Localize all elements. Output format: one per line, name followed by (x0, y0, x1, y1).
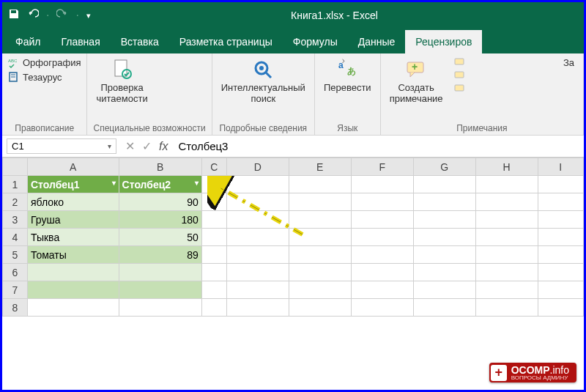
cell-C7[interactable] (201, 281, 226, 299)
next-comment-icon[interactable] (453, 70, 465, 81)
row-header-1[interactable]: 1 (3, 176, 28, 193)
cell-A6[interactable] (27, 264, 119, 281)
cell-G2[interactable] (413, 193, 475, 211)
cell-C1[interactable] (201, 176, 226, 193)
cell-I5[interactable] (538, 246, 583, 264)
cell-D6[interactable] (226, 264, 289, 281)
fx-icon[interactable]: fx (159, 140, 168, 153)
col-header-B[interactable]: B (119, 158, 201, 176)
cell-F1[interactable] (351, 176, 413, 193)
cell-C8[interactable] (201, 299, 226, 317)
tab-file[interactable]: Файл (5, 30, 51, 53)
cell-C4[interactable] (201, 229, 226, 246)
chevron-down-icon[interactable]: ▾ (108, 142, 111, 150)
cell-B3[interactable]: 180 (119, 211, 201, 229)
row-header-4[interactable]: 4 (3, 229, 28, 246)
col-header-A[interactable]: A (27, 158, 119, 176)
cell-I2[interactable] (538, 193, 583, 211)
cell-B8[interactable] (119, 299, 201, 317)
cell-H4[interactable] (475, 229, 538, 246)
col-header-F[interactable]: F (351, 158, 413, 176)
col-header-D[interactable]: D (226, 158, 289, 176)
name-box[interactable]: C1 ▾ (7, 138, 116, 154)
cell-G6[interactable] (413, 264, 475, 281)
cell-E2[interactable] (289, 193, 351, 211)
cell-A1[interactable]: Столбец1▾ (27, 176, 119, 193)
undo-icon[interactable] (27, 8, 39, 23)
cell-D4[interactable] (226, 229, 289, 246)
cell-G8[interactable] (413, 299, 475, 317)
select-all-corner[interactable] (3, 158, 28, 176)
cell-E5[interactable] (289, 246, 351, 264)
cell-C3[interactable] (201, 211, 226, 229)
tab-home[interactable]: Главная (51, 30, 110, 53)
cell-A3[interactable]: Груша (27, 211, 119, 229)
cell-H1[interactable] (475, 176, 538, 193)
cell-G5[interactable] (413, 246, 475, 264)
row-header-8[interactable]: 8 (3, 299, 28, 317)
cell-F4[interactable] (351, 229, 413, 246)
cell-I7[interactable] (538, 281, 583, 299)
row-header-6[interactable]: 6 (3, 264, 28, 281)
cell-H5[interactable] (475, 246, 538, 264)
cell-B1[interactable]: Столбец2▾ (119, 176, 201, 193)
cell-A8[interactable] (27, 299, 119, 317)
translate-button[interactable]: aあ Перевести (321, 56, 374, 95)
cell-I4[interactable] (538, 229, 583, 246)
cell-E4[interactable] (289, 229, 351, 246)
show-comments-icon[interactable] (453, 83, 465, 95)
cell-F5[interactable] (351, 246, 413, 264)
tab-data[interactable]: Данные (348, 30, 406, 53)
cell-B5[interactable]: 89 (119, 246, 201, 264)
cell-H7[interactable] (475, 281, 538, 299)
spelling-button[interactable]: ABC Орфография (8, 56, 81, 68)
cell-E6[interactable] (289, 264, 351, 281)
tab-formulas[interactable]: Формулы (283, 30, 348, 53)
col-header-G[interactable]: G (413, 158, 475, 176)
enter-icon[interactable]: ✓ (142, 139, 152, 153)
cell-B7[interactable] (119, 281, 201, 299)
check-accessibility-button[interactable]: Проверка читаемости (93, 56, 150, 106)
cell-G7[interactable] (413, 281, 475, 299)
row-header-5[interactable]: 5 (3, 246, 28, 264)
cell-I1[interactable] (538, 176, 583, 193)
cell-H3[interactable] (475, 211, 538, 229)
cell-B6[interactable] (119, 264, 201, 281)
cell-E3[interactable] (289, 211, 351, 229)
new-comment-button[interactable]: + Создать примечание (387, 56, 446, 106)
cell-C5[interactable] (201, 246, 226, 264)
col-header-E[interactable]: E (289, 158, 351, 176)
cell-D2[interactable] (226, 193, 289, 211)
col-header-H[interactable]: H (475, 158, 538, 176)
cell-H2[interactable] (475, 193, 538, 211)
cell-H8[interactable] (475, 299, 538, 317)
cell-F6[interactable] (351, 264, 413, 281)
save-icon[interactable] (8, 8, 20, 23)
cell-A7[interactable] (27, 281, 119, 299)
cell-A5[interactable]: Томаты (27, 246, 119, 264)
tab-review[interactable]: Рецензиров (405, 30, 482, 53)
prev-comment-icon[interactable] (453, 56, 465, 68)
cell-B2[interactable]: 90 (119, 193, 201, 211)
cell-B4[interactable]: 50 (119, 229, 201, 246)
filter-dropdown-icon[interactable]: ▾ (195, 179, 199, 187)
cell-A4[interactable]: Тыква (27, 229, 119, 246)
filter-dropdown-icon[interactable]: ▾ (112, 179, 116, 187)
cell-D8[interactable] (226, 299, 289, 317)
more-truncated[interactable]: За (560, 56, 577, 70)
col-header-C[interactable]: C (201, 158, 226, 176)
cell-I8[interactable] (538, 299, 583, 317)
cell-D5[interactable] (226, 246, 289, 264)
cell-D1[interactable] (226, 176, 289, 193)
cancel-icon[interactable]: ✕ (125, 139, 135, 153)
tab-insert[interactable]: Вставка (111, 30, 169, 53)
cell-F3[interactable] (351, 211, 413, 229)
cell-A2[interactable]: яблоко (27, 193, 119, 211)
cell-D7[interactable] (226, 281, 289, 299)
cell-F7[interactable] (351, 281, 413, 299)
tab-pagelayout[interactable]: Разметка страницы (169, 30, 283, 53)
cell-F2[interactable] (351, 193, 413, 211)
formula-input[interactable] (172, 138, 584, 154)
cell-C6[interactable] (201, 264, 226, 281)
cell-G3[interactable] (413, 211, 475, 229)
